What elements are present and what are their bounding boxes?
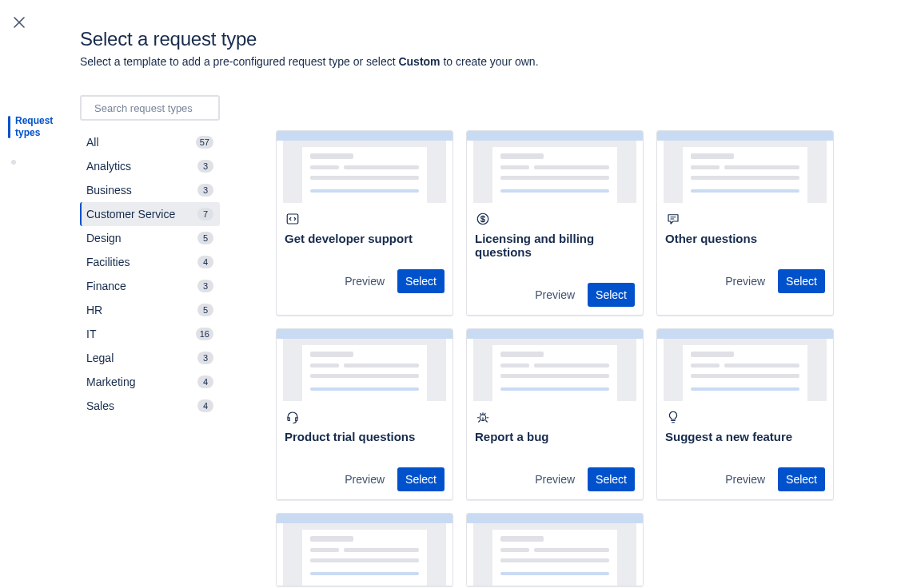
card-title: Report a bug (475, 430, 635, 443)
category-label: Finance (86, 280, 126, 292)
card-actions: PreviewSelect (475, 467, 635, 491)
select-button[interactable]: Select (778, 467, 825, 491)
card-content: Product trial questionsPreviewSelect (277, 401, 452, 499)
select-button[interactable]: Select (588, 467, 635, 491)
page-title: Select a request type (80, 28, 881, 50)
category-label: IT (86, 328, 96, 340)
category-count-badge: 4 (197, 375, 213, 388)
category-item[interactable]: IT16 (80, 322, 220, 346)
category-count-badge: 3 (197, 160, 213, 173)
category-label: HR (86, 304, 102, 316)
category-item[interactable]: HR5 (80, 298, 220, 322)
card-title: Suggest a new feature (665, 430, 825, 443)
category-label: Facilities (86, 256, 130, 268)
category-count-badge: 3 (197, 280, 213, 292)
headset-icon (285, 409, 301, 425)
category-count-badge: 4 (197, 256, 213, 268)
category-item[interactable]: Design5 (80, 226, 220, 250)
svg-rect-1 (287, 214, 298, 224)
card-illustration (467, 131, 643, 203)
card-illustration (467, 514, 643, 586)
category-item[interactable]: Marketing4 (80, 370, 220, 394)
category-item[interactable]: Analytics3 (80, 154, 220, 178)
search-input-wrapper[interactable] (80, 95, 220, 121)
card-actions: PreviewSelect (665, 467, 825, 491)
category-label: Customer Service (86, 208, 175, 220)
rail-inactive-dot (11, 160, 16, 165)
rail-item-label: Request types (15, 115, 57, 139)
preview-button[interactable]: Preview (527, 283, 583, 307)
preview-button[interactable]: Preview (337, 269, 393, 293)
request-type-card: Get developer supportPreviewSelect (276, 130, 453, 316)
category-item[interactable]: Legal3 (80, 346, 220, 370)
card-content: Get developer supportPreviewSelect (277, 203, 452, 315)
card-content: Suggest a new featurePreviewSelect (657, 401, 833, 499)
category-label: Legal (86, 352, 114, 364)
category-count-badge: 57 (196, 136, 213, 149)
card-actions: PreviewSelect (665, 269, 825, 293)
card-illustration (467, 329, 643, 401)
category-count-badge: 5 (197, 232, 213, 244)
code-icon (285, 211, 301, 227)
request-type-card (466, 513, 644, 586)
rail-item-secondary[interactable] (5, 142, 69, 168)
dollar-icon (475, 211, 491, 227)
rail-item-request-types[interactable]: Request types (5, 112, 69, 142)
request-type-card: Product trial questionsPreviewSelect (276, 328, 453, 500)
category-label: Business (86, 184, 132, 197)
select-button[interactable]: Select (588, 283, 635, 307)
category-label: Design (86, 232, 122, 244)
card-title: Licensing and billing questions (475, 232, 635, 259)
bulb-icon (665, 409, 681, 425)
category-count-badge: 16 (196, 328, 213, 340)
card-actions: PreviewSelect (285, 269, 445, 293)
category-item[interactable]: All57 (80, 130, 220, 154)
category-count-badge: 7 (197, 208, 213, 220)
card-grid: Get developer supportPreviewSelectLicens… (276, 130, 881, 586)
request-type-card: Other questionsPreviewSelect (656, 130, 834, 316)
preview-button[interactable]: Preview (717, 467, 773, 491)
category-label: Sales (86, 399, 114, 412)
category-count-badge: 3 (197, 184, 213, 197)
card-title: Other questions (665, 232, 825, 245)
category-item[interactable]: Sales4 (80, 394, 220, 418)
card-illustration (277, 329, 452, 401)
card-illustration (657, 131, 833, 203)
preview-button[interactable]: Preview (337, 467, 393, 491)
category-item[interactable]: Finance3 (80, 274, 220, 298)
comment-icon (665, 211, 681, 227)
category-count-badge: 5 (197, 304, 213, 316)
category-label: Analytics (86, 160, 131, 173)
page-subtitle: Select a template to add a pre-configure… (80, 55, 881, 68)
card-content: Other questionsPreviewSelect (657, 203, 833, 315)
bug-icon (475, 409, 491, 425)
category-item[interactable]: Facilities4 (80, 250, 220, 274)
preview-button[interactable]: Preview (717, 269, 773, 293)
card-content: Licensing and billing questionsPreviewSe… (467, 203, 643, 315)
category-label: All (86, 136, 99, 149)
card-title: Get developer support (285, 232, 445, 245)
card-illustration (277, 514, 452, 586)
request-type-card: Suggest a new featurePreviewSelect (656, 328, 834, 500)
search-input[interactable] (94, 102, 229, 114)
card-actions: PreviewSelect (285, 467, 445, 491)
preview-button[interactable]: Preview (527, 467, 583, 491)
category-count-badge: 3 (197, 352, 213, 364)
card-actions: PreviewSelect (475, 283, 635, 307)
request-type-card: Licensing and billing questionsPreviewSe… (466, 130, 644, 316)
close-button[interactable] (11, 14, 27, 30)
card-title: Product trial questions (285, 430, 445, 443)
category-label: Marketing (86, 375, 135, 388)
category-count-badge: 4 (197, 399, 213, 412)
select-button[interactable]: Select (397, 467, 445, 491)
left-rail: Request types (5, 112, 69, 168)
card-illustration (277, 131, 452, 203)
category-list: All57Analytics3Business3Customer Service… (80, 130, 220, 418)
card-illustration (657, 329, 833, 401)
category-item[interactable]: Customer Service7 (80, 202, 220, 226)
request-type-card: Report a bugPreviewSelect (466, 328, 644, 500)
select-button[interactable]: Select (397, 269, 445, 293)
category-item[interactable]: Business3 (80, 178, 220, 202)
select-button[interactable]: Select (778, 269, 825, 293)
card-content: Report a bugPreviewSelect (467, 401, 643, 499)
